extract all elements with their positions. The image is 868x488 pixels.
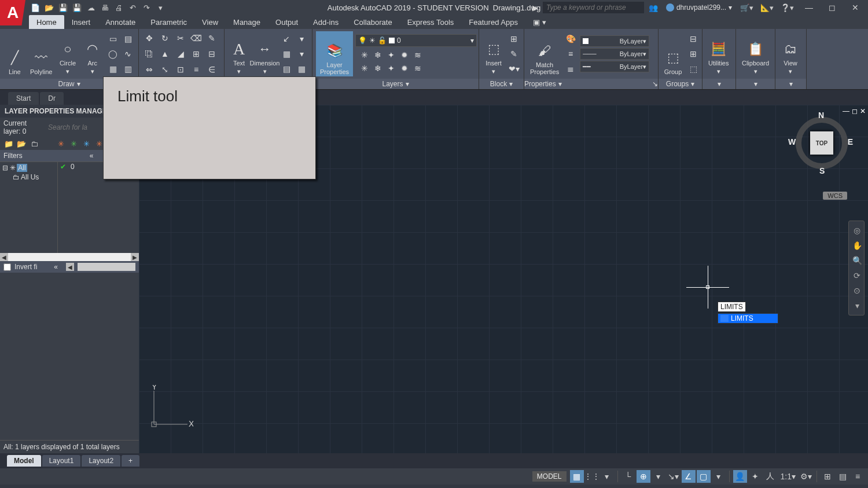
insert-block-button[interactable]: ⬚Insert▾	[483, 31, 505, 76]
status-iso-icon[interactable]: ↘▾	[667, 470, 681, 483]
lp-new-icon[interactable]: 📁	[3, 138, 14, 149]
tree-scrollbar[interactable]: ◀▶	[0, 253, 139, 261]
status-polar-dd[interactable]: ▾	[652, 470, 665, 483]
anno-dd1-icon[interactable]: ▾	[295, 32, 308, 46]
mirror-icon[interactable]: ▲	[158, 47, 172, 61]
text-button[interactable]: AText▾	[228, 31, 250, 76]
layout-add[interactable]: +	[122, 455, 139, 467]
tab-output[interactable]: Output	[268, 15, 306, 29]
layon-icon[interactable]: ✹	[398, 48, 411, 62]
qat-redo-icon[interactable]: ↷	[140, 2, 153, 13]
viewcube[interactable]: TOP N S E W	[793, 114, 851, 172]
tab-start[interactable]: Start	[8, 92, 39, 105]
ellipse-icon[interactable]: ◯	[106, 47, 120, 61]
tab-featured[interactable]: Featured Apps	[461, 15, 525, 29]
qat-plot-icon[interactable]: 🖶	[98, 2, 111, 13]
rotate-icon[interactable]: ↻	[158, 31, 172, 45]
region-icon[interactable]: ▦	[106, 62, 120, 76]
list-scroll-left[interactable]: ◀	[66, 263, 74, 271]
tab-insert[interactable]: Insert	[64, 15, 98, 29]
lp-newgrp-icon[interactable]: 📂	[16, 138, 27, 149]
lp-del-icon[interactable]: ✳	[68, 138, 79, 149]
array-icon[interactable]: ⊞	[189, 47, 203, 61]
trim-icon[interactable]: ✂	[174, 31, 187, 45]
tab-collaborate[interactable]: Collaborate	[346, 15, 400, 29]
layer-properties-button[interactable]: 📚Layer Properties	[316, 31, 353, 76]
nav-wheel-icon[interactable]: ◎	[850, 223, 864, 237]
qat-undo-icon[interactable]: ↶	[126, 2, 139, 13]
qat-print-icon[interactable]: 🖨	[112, 2, 125, 13]
lp-state-icon[interactable]: ✳	[56, 138, 66, 149]
arrayrect-icon[interactable]: ⊡	[174, 63, 187, 76]
status-snap-dd-icon[interactable]: ▾	[600, 470, 614, 483]
nav-dd-icon[interactable]: ▾	[850, 299, 864, 313]
spline-icon[interactable]: ∿	[121, 47, 135, 61]
line-button[interactable]: ╱Line	[3, 31, 26, 76]
layunlock-icon[interactable]: ≋	[411, 61, 425, 75]
create-block-icon[interactable]: ⊞	[507, 32, 521, 46]
nav-zoom-icon[interactable]: 🔍	[850, 254, 864, 267]
tab-annotate[interactable]: Annotate	[98, 15, 143, 29]
lp-filter-icon[interactable]: 🗀	[29, 138, 39, 149]
ungroup-icon[interactable]: ⊟	[686, 32, 700, 46]
fillet-icon[interactable]: ◢	[174, 47, 187, 61]
keyword-search-input[interactable]	[543, 2, 644, 13]
list2-icon[interactable]: ≣	[564, 62, 578, 76]
subselect-icon[interactable]: ∈	[205, 63, 219, 76]
status-otrack-icon[interactable]: ▢	[697, 470, 711, 483]
leader-icon[interactable]: ↙	[279, 32, 293, 46]
qat-dropdown-icon[interactable]: ▾	[154, 2, 167, 13]
table-icon[interactable]: ▥	[121, 62, 135, 76]
tab-addins[interactable]: Add-ins	[306, 15, 346, 29]
layout-1[interactable]: Layout1	[42, 455, 81, 467]
wcs-badge[interactable]: WCS	[823, 192, 847, 200]
tab-home[interactable]: Home	[29, 15, 64, 29]
qat-open-icon[interactable]: 📂	[43, 2, 56, 13]
app-logo[interactable]: A	[0, 0, 25, 25]
status-cust1-icon[interactable]: ⊞	[821, 470, 834, 483]
color-combo[interactable]: ByLayer ▾	[580, 35, 649, 47]
group-edit-icon[interactable]: ⊞	[686, 47, 700, 61]
explode-icon[interactable]: ✎	[205, 31, 219, 45]
copy-icon[interactable]: ⿻	[142, 47, 156, 61]
cloud-icon[interactable]: ▤	[279, 62, 293, 76]
tree-allused[interactable]: 🗀 All Us	[1, 173, 56, 182]
status-lwt-icon[interactable]: 👤	[733, 470, 747, 483]
status-scale-label[interactable]: 1:1▾	[778, 470, 798, 483]
layfrz-icon[interactable]: ✦	[384, 48, 398, 62]
people-icon[interactable]: 👥	[646, 3, 660, 12]
anno-dd3-icon[interactable]: ▦	[295, 62, 308, 76]
layout-2[interactable]: Layout2	[82, 455, 120, 467]
offset-icon[interactable]: ⊟	[205, 47, 219, 61]
rect-icon[interactable]: ▭	[106, 32, 120, 46]
status-polar-icon[interactable]: ⊕	[637, 470, 650, 483]
status-menu-icon[interactable]: ≡	[851, 470, 865, 483]
list-icon[interactable]: ≡	[564, 47, 578, 61]
filters-collapse-icon[interactable]: «	[90, 152, 94, 160]
erase-icon[interactable]: ⌫	[189, 31, 203, 45]
scale-icon[interactable]: ⤡	[158, 63, 172, 76]
tab-manage[interactable]: Manage	[226, 15, 268, 29]
dynamic-input[interactable]: LIMITS	[718, 302, 746, 312]
color-wheel-icon[interactable]: 🎨	[564, 32, 578, 46]
status-ortho-icon[interactable]: └	[621, 470, 635, 483]
tab-view[interactable]: View	[194, 15, 226, 29]
table-anno-icon[interactable]: ▦	[279, 47, 293, 61]
group-button[interactable]: ⬚Group	[662, 31, 684, 76]
help-icon[interactable]: ❔▾	[778, 3, 796, 12]
stretch-icon[interactable]: ⇔	[142, 63, 156, 76]
laymatch-icon[interactable]: ✳	[358, 61, 372, 75]
vp-close-icon[interactable]: ✕	[860, 107, 866, 115]
tab-drawing[interactable]: Dr	[40, 92, 64, 105]
circle-button[interactable]: ○Circle▾	[57, 31, 79, 76]
user-badge[interactable]: dhruvpatel299...▾	[663, 3, 735, 12]
window-minimize-icon[interactable]: —	[799, 1, 819, 14]
tab-express[interactable]: Express Tools	[400, 15, 462, 29]
laylock-icon[interactable]: ✹	[398, 61, 411, 75]
nav-pan-icon[interactable]: ✋	[850, 239, 864, 252]
window-maximize-icon[interactable]: ◻	[822, 1, 843, 14]
tab-extra-icon[interactable]: ▣ ▾	[525, 15, 554, 29]
edit-block-icon[interactable]: ✎	[507, 47, 521, 61]
layer-combo[interactable]: 💡 ☀ 🔓 0 ▾	[355, 34, 477, 47]
qat-new-icon[interactable]: 📄	[29, 2, 42, 13]
